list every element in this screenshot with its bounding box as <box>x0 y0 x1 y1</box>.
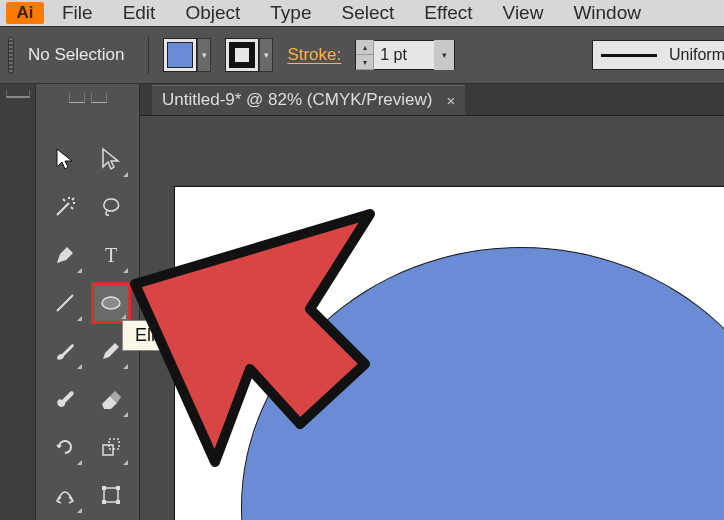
canvas-stage[interactable] <box>140 116 724 520</box>
direct-selection-tool[interactable] <box>91 138 131 180</box>
svg-point-2 <box>102 297 120 309</box>
fill-dropdown-icon[interactable]: ▾ <box>197 38 211 72</box>
menubar: Ai File Edit Object Type Select Effect V… <box>0 0 724 26</box>
stroke-width-value[interactable]: 1 pt <box>374 46 434 64</box>
menu-file[interactable]: File <box>62 2 93 24</box>
close-icon[interactable]: × <box>446 92 455 109</box>
menu-view[interactable]: View <box>503 2 544 24</box>
rotate-tool-icon <box>53 435 77 459</box>
svg-rect-8 <box>102 500 106 504</box>
fill-color-chip <box>167 42 193 68</box>
ellipse-shape[interactable] <box>241 247 724 520</box>
svg-rect-9 <box>116 500 120 504</box>
panel-grip[interactable] <box>8 37 14 73</box>
lasso-tool[interactable] <box>91 186 131 228</box>
pencil-tool-icon <box>99 339 123 363</box>
svg-rect-6 <box>102 486 106 490</box>
stroke-style-dropdown[interactable]: Uniform ▾ <box>592 40 724 70</box>
eraser-tool[interactable] <box>91 378 131 420</box>
selection-status: No Selection <box>28 45 124 65</box>
stroke-label[interactable]: Stroke: <box>287 45 341 65</box>
document-tabstrip: Untitled-9* @ 82% (CMYK/Preview) × <box>140 84 724 116</box>
blob-brush-tool-icon <box>53 387 77 411</box>
stroke-swatch[interactable]: ▾ <box>225 38 273 72</box>
menu-window[interactable]: Window <box>573 2 641 24</box>
lasso-tool-icon <box>99 195 123 219</box>
stroke-ring-icon <box>229 42 255 68</box>
tools-panel-header[interactable] <box>45 90 131 106</box>
dock-expand-icon[interactable] <box>6 90 30 98</box>
menu-type[interactable]: Type <box>270 2 311 24</box>
free-transform-tool-icon <box>99 483 123 507</box>
stroke-color-icon <box>225 38 259 72</box>
width-tool-icon <box>53 483 77 507</box>
svg-rect-5 <box>104 488 118 502</box>
blob-brush-tool[interactable] <box>45 378 85 420</box>
tools-panel: T <box>36 84 140 520</box>
free-transform-tool[interactable] <box>91 474 131 516</box>
magic-wand-tool-icon <box>53 195 77 219</box>
pen-tool-icon <box>53 243 77 267</box>
scale-tool-icon <box>99 435 123 459</box>
fill-color-icon <box>163 38 197 72</box>
pasteboard-left <box>140 116 174 520</box>
tools-panel-collapse-icon[interactable] <box>91 93 107 103</box>
svg-line-1 <box>57 295 73 311</box>
paintbrush-tool-icon <box>53 339 77 363</box>
stroke-width-field[interactable]: ▴ ▾ 1 pt ▾ <box>355 40 455 70</box>
menu-edit[interactable]: Edit <box>123 2 156 24</box>
svg-rect-3 <box>103 445 113 455</box>
menu-effect[interactable]: Effect <box>424 2 472 24</box>
ellipse-tool[interactable] <box>91 282 131 324</box>
ellipse-tool-icon <box>99 291 123 315</box>
stroke-width-stepper[interactable]: ▴ ▾ <box>356 40 374 70</box>
type-tool-icon: T <box>99 243 123 267</box>
tools-panel-grip-icon <box>69 93 85 103</box>
menu-object[interactable]: Object <box>185 2 240 24</box>
magic-wand-tool[interactable] <box>45 186 85 228</box>
controlbar: No Selection ▾ ▾ Stroke: ▴ ▾ 1 pt ▾ Unif… <box>0 26 724 84</box>
divider <box>148 36 149 74</box>
width-tool[interactable] <box>45 474 85 516</box>
app-logo: Ai <box>6 2 44 24</box>
eraser-tool-icon <box>99 387 123 411</box>
svg-rect-4 <box>109 439 119 449</box>
stroke-width-dropdown-icon[interactable]: ▾ <box>434 40 454 70</box>
artboard[interactable] <box>174 186 724 520</box>
direct-selection-tool-icon <box>99 147 123 171</box>
stepper-down-icon[interactable]: ▾ <box>356 55 373 70</box>
document-tab-title: Untitled-9* @ 82% (CMYK/Preview) <box>162 90 432 110</box>
stepper-up-icon[interactable]: ▴ <box>356 40 373 55</box>
stroke-style-label: Uniform <box>665 46 724 64</box>
document-tab[interactable]: Untitled-9* @ 82% (CMYK/Preview) × <box>152 85 465 115</box>
paintbrush-tool[interactable] <box>45 330 85 372</box>
type-tool[interactable]: T <box>91 234 131 276</box>
scale-tool[interactable] <box>91 426 131 468</box>
pen-tool[interactable] <box>45 234 85 276</box>
selection-tool[interactable] <box>45 138 85 180</box>
svg-text:T: T <box>104 244 116 266</box>
document-area: Untitled-9* @ 82% (CMYK/Preview) × <box>140 84 724 520</box>
stroke-dropdown-icon[interactable]: ▾ <box>259 38 273 72</box>
collapsed-dock[interactable] <box>0 84 36 520</box>
menu-select[interactable]: Select <box>342 2 395 24</box>
line-segment-tool[interactable] <box>45 282 85 324</box>
svg-rect-7 <box>116 486 120 490</box>
tool-tooltip: Ellips <box>122 320 191 351</box>
fill-swatch[interactable]: ▾ <box>163 38 211 72</box>
workspace-body: T <box>0 84 724 520</box>
selection-tool-icon <box>53 147 77 171</box>
stroke-style-preview-icon <box>593 40 665 70</box>
rotate-tool[interactable] <box>45 426 85 468</box>
line-segment-tool-icon <box>53 291 77 315</box>
